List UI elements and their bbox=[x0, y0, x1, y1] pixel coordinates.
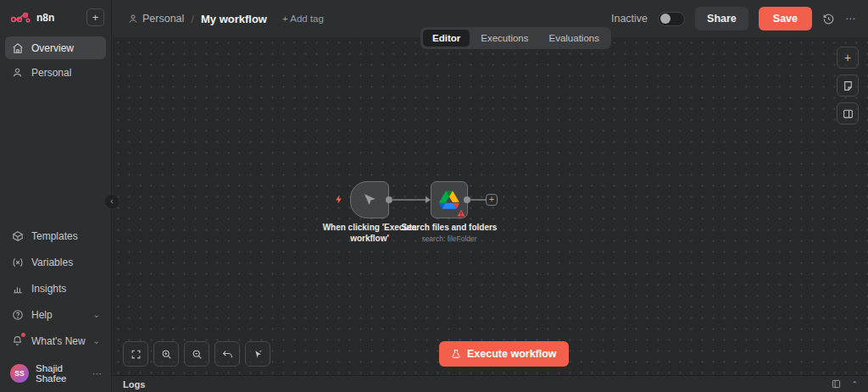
trigger-bolt-icon bbox=[334, 194, 344, 205]
tab-executions[interactable]: Executions bbox=[471, 30, 537, 47]
chevron-up-icon[interactable]: ⌃ bbox=[851, 380, 858, 389]
execute-workflow-label: Execute workflow bbox=[467, 348, 557, 360]
sidebar-item-whats-new[interactable]: What's New ⌄ bbox=[5, 329, 106, 353]
workflow-title[interactable]: My workflow bbox=[201, 13, 267, 25]
sidebar-item-label: Overview bbox=[31, 42, 74, 54]
node-label: Search files and folders bbox=[392, 223, 506, 234]
notification-dot bbox=[21, 333, 25, 337]
canvas-side-tools: + bbox=[837, 47, 859, 124]
sidebar-nav-bottom: Templates Variables Insights Help ⌄ bbox=[0, 220, 111, 356]
breadcrumb-project[interactable]: Personal bbox=[128, 13, 184, 25]
google-drive-icon bbox=[439, 190, 459, 209]
chevron-down-icon: ⌄ bbox=[93, 336, 100, 345]
mouse-pointer-icon bbox=[362, 192, 377, 207]
more-options-icon[interactable]: ⋯ bbox=[845, 13, 856, 25]
active-toggle[interactable] bbox=[658, 12, 685, 26]
breadcrumb-project-label: Personal bbox=[142, 13, 184, 25]
active-status-label: Inactive bbox=[611, 13, 648, 25]
node-google-drive[interactable] bbox=[431, 181, 468, 218]
add-node-endpoint[interactable]: + bbox=[486, 194, 498, 206]
sidebar-item-label: What's New bbox=[31, 335, 86, 347]
user-name: Shajid Shafee bbox=[36, 363, 92, 384]
node-subtitle: search: fileFolder bbox=[392, 235, 506, 243]
sidebar-item-insights[interactable]: Insights bbox=[5, 276, 106, 301]
warning-triangle-icon bbox=[457, 209, 465, 217]
flask-icon bbox=[451, 349, 461, 360]
workflow-history-icon[interactable] bbox=[822, 13, 835, 25]
person-icon bbox=[11, 66, 24, 79]
sidebar-item-label: Variables bbox=[31, 257, 73, 268]
output-port[interactable] bbox=[464, 196, 470, 203]
sidebar-item-help[interactable]: Help ⌄ bbox=[5, 302, 106, 327]
add-tag-button[interactable]: + Add tag bbox=[282, 14, 324, 24]
logo-row: n8n + bbox=[0, 0, 111, 33]
open-logs-panel-icon[interactable] bbox=[832, 379, 841, 389]
logs-panel-header[interactable]: Logs ⌃ bbox=[113, 375, 868, 392]
sidebar-item-personal[interactable]: Personal bbox=[5, 61, 106, 84]
logs-actions: ⌃ bbox=[832, 379, 858, 389]
n8n-logo-icon bbox=[10, 11, 32, 25]
tidy-up-button[interactable] bbox=[245, 341, 270, 367]
bell-icon bbox=[11, 334, 24, 347]
sidebar-item-label: Templates bbox=[31, 230, 78, 242]
sidebar-item-overview[interactable]: Overview bbox=[5, 36, 106, 59]
breadcrumb: Personal / My workflow + Add tag bbox=[128, 13, 324, 25]
user-more-icon[interactable]: ⋯ bbox=[92, 368, 103, 379]
sidebar-item-templates[interactable]: Templates bbox=[5, 224, 106, 248]
sidebar-item-label: Help bbox=[31, 309, 53, 321]
package-icon bbox=[11, 229, 24, 242]
breadcrumb-separator: / bbox=[191, 13, 194, 25]
person-icon bbox=[128, 14, 138, 24]
sidebar-item-label: Personal bbox=[31, 67, 71, 79]
chevron-down-icon: ⌄ bbox=[93, 310, 100, 319]
canvas-zoom-tools bbox=[123, 341, 270, 367]
save-button[interactable]: Save bbox=[759, 7, 812, 30]
sidebar-item-variables[interactable]: Variables bbox=[5, 250, 106, 274]
header-actions: Inactive Share Save ⋯ bbox=[611, 7, 856, 30]
variables-icon bbox=[11, 256, 24, 268]
user-menu[interactable]: SS Shajid Shafee ⋯ bbox=[0, 356, 111, 392]
connection-line bbox=[392, 199, 429, 201]
tab-evaluations[interactable]: Evaluations bbox=[540, 30, 609, 47]
share-button[interactable]: Share bbox=[695, 7, 748, 30]
brand-label: n8n bbox=[36, 12, 86, 24]
home-icon bbox=[11, 41, 24, 54]
node-manual-trigger[interactable] bbox=[350, 181, 389, 218]
zoom-in-button[interactable] bbox=[153, 341, 179, 367]
avatar: SS bbox=[10, 364, 29, 383]
tab-editor[interactable]: Editor bbox=[423, 30, 470, 47]
sidebar-item-label: Insights bbox=[31, 283, 66, 295]
undo-button[interactable] bbox=[214, 341, 240, 367]
add-node-button[interactable]: + bbox=[837, 47, 859, 69]
execute-workflow-button[interactable]: Execute workflow bbox=[439, 341, 569, 367]
toggle-panel-button[interactable] bbox=[837, 102, 859, 124]
add-sticky-note-button[interactable] bbox=[837, 75, 859, 97]
logs-title: Logs bbox=[123, 379, 145, 389]
add-workflow-button[interactable]: + bbox=[86, 8, 104, 26]
workflow-canvas[interactable]: + When clicking 'Execute workflow' Searc… bbox=[113, 37, 868, 375]
help-icon bbox=[11, 308, 24, 321]
sidebar-collapse-handle[interactable]: ‹ bbox=[105, 195, 119, 208]
bar-chart-icon bbox=[11, 282, 24, 295]
view-tabs: Editor Executions Evaluations bbox=[420, 27, 611, 49]
connection-stub bbox=[470, 199, 487, 201]
fit-view-button[interactable] bbox=[123, 341, 148, 367]
toggle-knob bbox=[660, 14, 670, 24]
sidebar-nav-top: Overview Personal bbox=[0, 33, 111, 89]
zoom-out-button[interactable] bbox=[184, 341, 209, 367]
sidebar: n8n + Overview Personal Te bbox=[0, 0, 112, 392]
n8n-app: n8n + Overview Personal Te bbox=[0, 0, 868, 392]
